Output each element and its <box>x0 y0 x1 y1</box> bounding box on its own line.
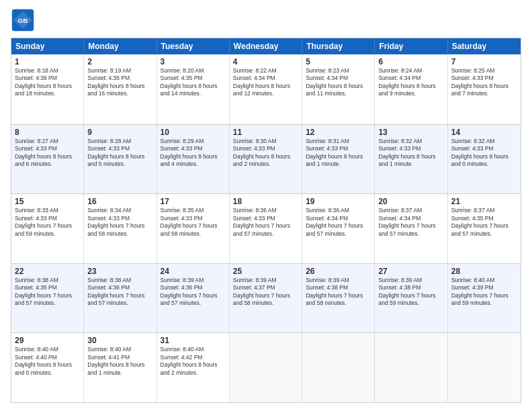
day-number: 20 <box>378 197 443 206</box>
calendar-week-1: 1 Sunrise: 8:18 AM Sunset: 4:36 PM Dayli… <box>11 54 521 124</box>
calendar-day-14: 14 Sunrise: 8:32 AM Sunset: 4:33 PM Dayl… <box>448 125 521 194</box>
calendar-empty-cell <box>448 333 521 402</box>
calendar-week-3: 15 Sunrise: 8:33 AM Sunset: 4:33 PM Dayl… <box>11 193 521 263</box>
day-info: Sunrise: 8:23 AM Sunset: 4:34 PM Dayligh… <box>306 67 371 98</box>
day-info: Sunrise: 8:25 AM Sunset: 4:33 PM Dayligh… <box>451 67 517 98</box>
calendar-empty-cell <box>302 333 375 402</box>
calendar-day-19: 19 Sunrise: 8:36 AM Sunset: 4:34 PM Dayl… <box>302 194 375 263</box>
day-number: 27 <box>378 267 443 276</box>
day-number: 28 <box>451 267 517 276</box>
day-info: Sunrise: 8:36 AM Sunset: 4:34 PM Dayligh… <box>306 207 371 238</box>
logo: GB <box>11 8 39 32</box>
calendar-day-24: 24 Sunrise: 8:39 AM Sunset: 4:36 PM Dayl… <box>157 264 230 333</box>
day-info: Sunrise: 8:19 AM Sunset: 4:35 PM Dayligh… <box>87 67 152 98</box>
day-number: 23 <box>87 267 152 276</box>
header-day-friday: Friday <box>375 38 447 54</box>
day-number: 6 <box>378 57 443 66</box>
calendar: SundayMondayTuesdayWednesdayThursdayFrid… <box>11 38 521 403</box>
day-number: 13 <box>378 128 443 137</box>
day-number: 16 <box>87 197 152 206</box>
calendar-day-30: 30 Sunrise: 8:40 AM Sunset: 4:41 PM Dayl… <box>84 333 157 402</box>
calendar-day-23: 23 Sunrise: 8:38 AM Sunset: 4:36 PM Dayl… <box>84 264 157 333</box>
day-info: Sunrise: 8:38 AM Sunset: 4:35 PM Dayligh… <box>15 277 80 308</box>
day-number: 11 <box>233 128 298 137</box>
day-info: Sunrise: 8:37 AM Sunset: 4:35 PM Dayligh… <box>451 207 517 238</box>
calendar-day-13: 13 Sunrise: 8:32 AM Sunset: 4:33 PM Dayl… <box>375 125 447 194</box>
calendar-day-6: 6 Sunrise: 8:24 AM Sunset: 4:34 PM Dayli… <box>375 54 447 124</box>
calendar-day-25: 25 Sunrise: 8:39 AM Sunset: 4:37 PM Dayl… <box>230 264 302 333</box>
calendar-day-22: 22 Sunrise: 8:38 AM Sunset: 4:35 PM Dayl… <box>11 264 84 333</box>
calendar-day-4: 4 Sunrise: 8:22 AM Sunset: 4:34 PM Dayli… <box>230 54 302 124</box>
calendar-day-27: 27 Sunrise: 8:39 AM Sunset: 4:38 PM Dayl… <box>375 264 447 333</box>
day-info: Sunrise: 8:28 AM Sunset: 4:33 PM Dayligh… <box>87 138 152 169</box>
calendar-day-26: 26 Sunrise: 8:39 AM Sunset: 4:38 PM Dayl… <box>302 264 375 333</box>
day-info: Sunrise: 8:18 AM Sunset: 4:36 PM Dayligh… <box>15 67 80 98</box>
day-info: Sunrise: 8:33 AM Sunset: 4:33 PM Dayligh… <box>15 207 80 238</box>
calendar-day-8: 8 Sunrise: 8:27 AM Sunset: 4:33 PM Dayli… <box>11 125 84 194</box>
day-number: 24 <box>161 267 226 276</box>
day-number: 3 <box>161 57 226 66</box>
day-number: 18 <box>233 197 298 206</box>
calendar-day-31: 31 Sunrise: 8:40 AM Sunset: 4:42 PM Dayl… <box>157 333 230 402</box>
calendar-day-3: 3 Sunrise: 8:20 AM Sunset: 4:35 PM Dayli… <box>157 54 230 124</box>
day-info: Sunrise: 8:36 AM Sunset: 4:33 PM Dayligh… <box>233 207 298 238</box>
header-day-tuesday: Tuesday <box>157 38 230 54</box>
day-info: Sunrise: 8:30 AM Sunset: 4:33 PM Dayligh… <box>233 138 298 169</box>
day-number: 12 <box>306 128 371 137</box>
day-info: Sunrise: 8:38 AM Sunset: 4:36 PM Dayligh… <box>87 277 152 308</box>
day-info: Sunrise: 8:32 AM Sunset: 4:33 PM Dayligh… <box>378 138 443 169</box>
day-number: 21 <box>451 197 517 206</box>
calendar-day-20: 20 Sunrise: 8:37 AM Sunset: 4:34 PM Dayl… <box>375 194 447 263</box>
day-info: Sunrise: 8:20 AM Sunset: 4:35 PM Dayligh… <box>161 67 226 98</box>
day-number: 10 <box>161 128 226 137</box>
day-info: Sunrise: 8:40 AM Sunset: 4:42 PM Dayligh… <box>161 346 226 377</box>
calendar-week-5: 29 Sunrise: 8:40 AM Sunset: 4:40 PM Dayl… <box>11 332 521 402</box>
day-info: Sunrise: 8:22 AM Sunset: 4:34 PM Dayligh… <box>233 67 298 98</box>
header-day-wednesday: Wednesday <box>230 38 302 54</box>
day-info: Sunrise: 8:31 AM Sunset: 4:33 PM Dayligh… <box>306 138 371 169</box>
calendar-day-1: 1 Sunrise: 8:18 AM Sunset: 4:36 PM Dayli… <box>11 54 84 124</box>
day-info: Sunrise: 8:24 AM Sunset: 4:34 PM Dayligh… <box>378 67 443 98</box>
day-number: 29 <box>15 336 80 345</box>
day-info: Sunrise: 8:34 AM Sunset: 4:33 PM Dayligh… <box>87 207 152 238</box>
header-day-sunday: Sunday <box>11 38 84 54</box>
day-info: Sunrise: 8:40 AM Sunset: 4:41 PM Dayligh… <box>87 346 152 377</box>
day-info: Sunrise: 8:35 AM Sunset: 4:33 PM Dayligh… <box>161 207 226 238</box>
day-number: 30 <box>87 336 152 345</box>
calendar-day-11: 11 Sunrise: 8:30 AM Sunset: 4:33 PM Dayl… <box>230 125 302 194</box>
calendar-body: 1 Sunrise: 8:18 AM Sunset: 4:36 PM Dayli… <box>11 54 521 402</box>
calendar-day-21: 21 Sunrise: 8:37 AM Sunset: 4:35 PM Dayl… <box>448 194 521 263</box>
header: GB <box>11 8 521 32</box>
calendar-day-17: 17 Sunrise: 8:35 AM Sunset: 4:33 PM Dayl… <box>157 194 230 263</box>
day-number: 22 <box>15 267 80 276</box>
day-info: Sunrise: 8:39 AM Sunset: 4:38 PM Dayligh… <box>378 277 443 308</box>
calendar-header: SundayMondayTuesdayWednesdayThursdayFrid… <box>11 38 521 54</box>
page: GB SundayMondayTuesdayWednesdayThursdayF… <box>0 0 532 411</box>
calendar-day-12: 12 Sunrise: 8:31 AM Sunset: 4:33 PM Dayl… <box>302 125 375 194</box>
day-number: 8 <box>15 128 80 137</box>
day-number: 4 <box>233 57 298 66</box>
day-number: 5 <box>306 57 371 66</box>
day-info: Sunrise: 8:27 AM Sunset: 4:33 PM Dayligh… <box>15 138 80 169</box>
day-info: Sunrise: 8:39 AM Sunset: 4:38 PM Dayligh… <box>306 277 371 308</box>
day-info: Sunrise: 8:40 AM Sunset: 4:40 PM Dayligh… <box>15 346 80 377</box>
calendar-day-9: 9 Sunrise: 8:28 AM Sunset: 4:33 PM Dayli… <box>84 125 157 194</box>
calendar-empty-cell <box>375 333 447 402</box>
day-number: 1 <box>15 57 80 66</box>
day-info: Sunrise: 8:40 AM Sunset: 4:39 PM Dayligh… <box>451 277 517 308</box>
day-number: 15 <box>15 197 80 206</box>
logo-icon: GB <box>11 8 35 32</box>
header-day-thursday: Thursday <box>302 38 375 54</box>
day-number: 17 <box>161 197 226 206</box>
day-number: 31 <box>161 336 226 345</box>
day-info: Sunrise: 8:32 AM Sunset: 4:33 PM Dayligh… <box>451 138 517 169</box>
calendar-day-10: 10 Sunrise: 8:29 AM Sunset: 4:33 PM Dayl… <box>157 125 230 194</box>
day-number: 7 <box>451 57 517 66</box>
calendar-day-5: 5 Sunrise: 8:23 AM Sunset: 4:34 PM Dayli… <box>302 54 375 124</box>
calendar-day-16: 16 Sunrise: 8:34 AM Sunset: 4:33 PM Dayl… <box>84 194 157 263</box>
calendar-day-7: 7 Sunrise: 8:25 AM Sunset: 4:33 PM Dayli… <box>448 54 521 124</box>
day-number: 14 <box>451 128 517 137</box>
day-number: 9 <box>87 128 152 137</box>
day-number: 19 <box>306 197 371 206</box>
calendar-empty-cell <box>230 333 302 402</box>
